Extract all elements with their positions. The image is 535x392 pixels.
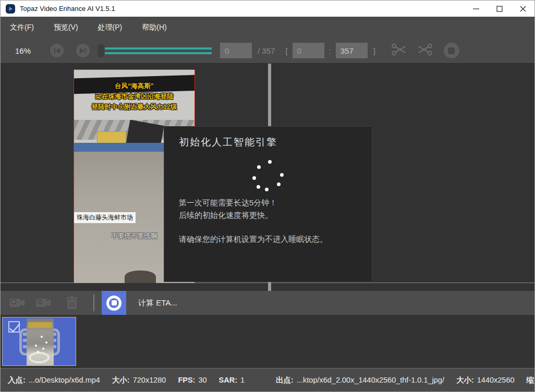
- menu-preview[interactable]: 预览(V): [48, 20, 83, 35]
- playback-toolbar: 16% / 357 [ : ]: [1, 38, 534, 64]
- caption-line-2: 已在珠海市金湾区沿海登陆: [74, 91, 194, 102]
- timeline-substrip: [1, 283, 534, 291]
- dialog-line-3: 请确保您的计算机设置为不进入睡眠状态。: [179, 233, 327, 246]
- trim-bracket-close: ]: [373, 46, 375, 55]
- stop-square-icon: [448, 47, 455, 54]
- video-caption: 台风“海高斯” 已在珠海市金湾区沿海登陆 登陆时中心附近最大风力12级: [74, 81, 194, 112]
- caption-line-1: 台风“海高斯”: [74, 81, 194, 91]
- item-thumbnail: [27, 318, 54, 365]
- current-frame-input[interactable]: [220, 43, 252, 58]
- status-out-size: 大小: 1440x2560: [456, 375, 515, 385]
- menu-process[interactable]: 处理(P): [93, 20, 128, 35]
- eta-status-text: 计算 ETA...: [138, 298, 177, 308]
- close-button[interactable]: [511, 1, 534, 17]
- video-debris: [125, 271, 156, 285]
- init-ai-engine-dialog: 初始化人工智能引擎 第一次可能需要长达5分钟！ 后续的初始化速度将更快。 请确保…: [164, 126, 372, 282]
- trim-colon: :: [329, 46, 331, 55]
- total-frames-text: / 357: [258, 46, 275, 55]
- toolbar-separator: [93, 295, 94, 311]
- status-in-file: 入点: ...o/Desktop/x6d.mp4: [8, 375, 100, 385]
- trim-bracket-open: [: [285, 46, 287, 55]
- remove-video-icon[interactable]: [36, 297, 52, 309]
- skip-to-end-button[interactable]: [76, 44, 90, 57]
- app-logo-icon: [6, 4, 15, 14]
- dialog-body: 第一次可能需要长达5分钟！ 后续的初始化速度将更快。 请确保您的计算机设置为不进…: [179, 197, 327, 246]
- maximize-button[interactable]: [488, 1, 511, 17]
- statusbar: 入点: ...o/Desktop/x6d.mp4 大小: 720x1280 FP…: [1, 368, 534, 391]
- menubar: 文件(F) 预览(V) 处理(P) 帮助(H): [1, 17, 534, 38]
- caption-line-3: 登陆时中心附近最大风力12级: [74, 102, 194, 112]
- timeline-slider-handle[interactable]: [98, 44, 104, 57]
- video-yellow-signboard: [97, 131, 126, 144]
- delete-icon[interactable]: [65, 296, 79, 310]
- titlebar: Topaz Video Enhance AI V1.5.1: [1, 1, 534, 17]
- app-window: Topaz Video Enhance AI V1.5.1 文件(F) 预览(V…: [0, 0, 535, 392]
- video-location-label: 珠海白藤头海鲜市场: [74, 212, 136, 223]
- menu-help[interactable]: 帮助(H): [137, 20, 172, 35]
- window-title: Topaz Video Enhance AI V1.5.1: [20, 5, 115, 13]
- stop-processing-button[interactable]: [102, 291, 126, 315]
- zoom-level-text: 16%: [15, 46, 35, 55]
- processing-toolbar: 计算 ETA...: [1, 291, 534, 315]
- minimize-button[interactable]: [464, 1, 488, 17]
- status-out-file: 出点: ...ktop/x6d_2.00x_1440x2560_thf-1.0.…: [276, 375, 444, 385]
- video-subtitle: 不要慌不要慌啊: [112, 232, 157, 241]
- status-sar: SAR: 1: [219, 376, 245, 384]
- item-checkbox[interactable]: [8, 321, 20, 333]
- skip-to-start-button[interactable]: [50, 44, 64, 57]
- stop-preview-button[interactable]: [444, 43, 459, 58]
- trim-start-input[interactable]: [293, 43, 324, 58]
- thumb-wave-shape: [29, 352, 50, 363]
- trim-end-input[interactable]: [336, 43, 368, 58]
- timeline-progress-track[interactable]: [105, 47, 212, 54]
- window-controls: [464, 1, 534, 17]
- dialog-line-2: 后续的初始化速度将更快。: [179, 209, 327, 222]
- progress-bar-top: [105, 47, 212, 50]
- status-scale: 缩放: 200%: [527, 375, 535, 385]
- video-queue-strip: [1, 315, 534, 368]
- status-in-size: 大小: 720x1280: [112, 375, 166, 385]
- stop-processing-icon: [106, 296, 121, 311]
- dialog-title: 初始化人工智能引擎: [179, 136, 277, 149]
- add-video-icon[interactable]: [10, 297, 26, 309]
- status-fps: FPS: 30: [178, 376, 206, 384]
- thumb-caption-smudge: [28, 322, 52, 328]
- menu-file[interactable]: 文件(F): [5, 20, 39, 35]
- trim-cut-left-icon[interactable]: [391, 43, 407, 58]
- preview-area: 台风“海高斯” 已在珠海市金湾区沿海登陆 登陆时中心附近最大风力12级 珠海白藤…: [1, 64, 534, 283]
- progress-bar-bottom: [105, 52, 212, 54]
- trim-cut-right-icon[interactable]: [417, 43, 433, 58]
- pane-splitter-stub: [268, 283, 271, 291]
- video-queue-item[interactable]: [2, 317, 76, 366]
- dialog-line-1: 第一次可能需要长达5分钟！: [179, 197, 327, 209]
